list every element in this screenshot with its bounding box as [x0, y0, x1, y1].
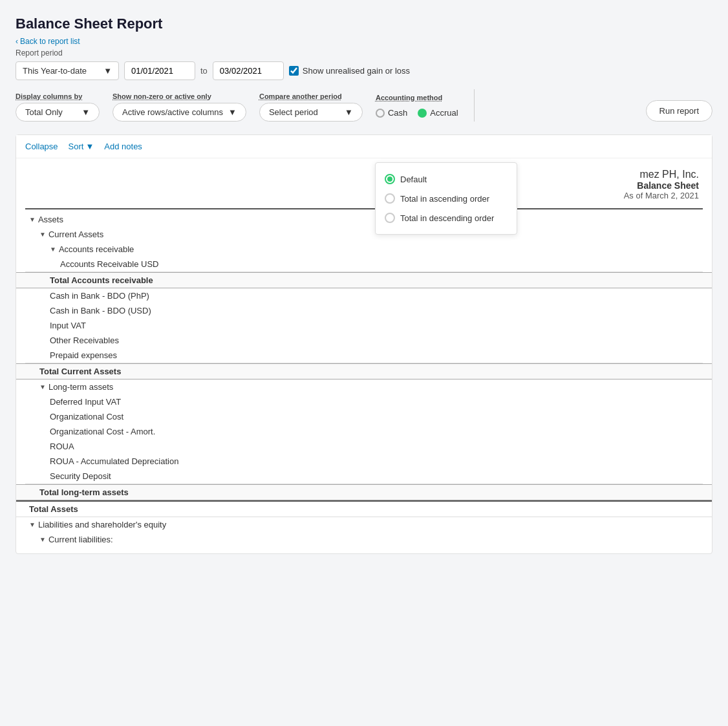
chevron-left-icon: ‹ [16, 37, 18, 46]
display-columns-group: Display columns by Total Only ▼ [16, 92, 100, 122]
sort-ascending-radio[interactable] [385, 193, 395, 204]
show-nonzero-select[interactable]: Active rows/active columns ▼ [112, 103, 246, 122]
sort-dropdown: Default Total in ascending order Total i… [375, 162, 517, 235]
accounts-receivable-chevron[interactable]: ▼ [50, 246, 56, 253]
company-name: mez PH, Inc. [29, 169, 699, 180]
list-item: ROUA [16, 439, 712, 454]
chevron-down-icon: ▼ [103, 66, 112, 76]
compare-period-select[interactable]: Select period ▼ [259, 103, 363, 122]
chevron-down-icon: ▼ [345, 107, 353, 117]
report-period-label: Report period [16, 48, 712, 58]
filters-row: Display columns by Total Only ▼ Show non… [16, 89, 712, 122]
list-item: Input VAT [16, 318, 712, 333]
chevron-down-icon: ▼ [228, 107, 237, 117]
total-current-assets-row: Total Current Assets [16, 363, 712, 379]
page-title: Balance Sheet Report [16, 16, 712, 32]
long-term-assets-chevron[interactable]: ▼ [39, 383, 46, 390]
list-item: Prepaid expenses [16, 348, 712, 363]
list-item: ROUA - Accumulated Depreciation [16, 454, 712, 469]
to-label: to [200, 66, 208, 76]
sort-default-radio[interactable] [385, 174, 395, 184]
accounting-method-options: Cash Accrual [376, 104, 458, 122]
list-item: Cash in Bank - BDO (PhP) [16, 288, 712, 303]
total-long-term-assets-row: Total long-term assets [16, 484, 712, 500]
show-unrealised-label[interactable]: Show unrealised gain or loss [289, 66, 410, 76]
collapse-button[interactable]: Collapse [25, 142, 58, 151]
page-container: Balance Sheet Report ‹ Back to report li… [0, 0, 728, 726]
show-nonzero-group: Show non-zero or active only Active rows… [112, 92, 246, 122]
list-item: Accounts Receivable USD [16, 257, 712, 272]
top-section-divider [25, 208, 703, 209]
list-item: Organizational Cost - Amort. [16, 424, 712, 439]
vertical-divider [474, 89, 475, 122]
back-link[interactable]: ‹ Back to report list [16, 37, 80, 46]
company-header: mez PH, Inc. Balance Sheet As of March 2… [16, 158, 712, 206]
report-content: ▼ Assets ▼ Current Assets ▼ Accounts rec… [16, 212, 712, 553]
cash-radio[interactable] [376, 109, 385, 118]
accrual-radio[interactable] [418, 109, 427, 118]
accounting-method-group: Accounting method Cash Accrual [376, 94, 458, 122]
current-liabilities-chevron[interactable]: ▼ [39, 536, 46, 543]
sort-option-ascending[interactable]: Total in ascending order [385, 189, 508, 208]
report-name: Balance Sheet [29, 180, 699, 191]
liabilities-chevron[interactable]: ▼ [29, 521, 36, 528]
list-item: Deferred Input VAT [16, 394, 712, 409]
date-from-input[interactable] [124, 61, 195, 80]
total-assets-row: Total Assets [16, 500, 712, 517]
display-columns-select[interactable]: Total Only ▼ [16, 103, 100, 122]
assets-chevron[interactable]: ▼ [29, 216, 36, 223]
accounting-method-label: Accounting method [376, 94, 458, 101]
display-columns-label: Display columns by [16, 92, 100, 100]
compare-period-label: Compare another period [259, 92, 363, 100]
compare-period-group: Compare another period Select period ▼ [259, 92, 363, 122]
list-item: Cash in Bank - BDO (USD) [16, 303, 712, 318]
assets-header: ▼ Assets [16, 212, 712, 227]
list-item: Security Deposit [16, 469, 712, 484]
toolbar-row: Collapse Sort ▼ Add notes [16, 135, 712, 158]
sort-descending-radio[interactable] [385, 213, 395, 223]
cash-option[interactable]: Cash [376, 108, 407, 118]
liabilities-header: ▼ Liabilities and shareholder's equity [16, 517, 712, 532]
chevron-down-icon: ▼ [85, 142, 94, 151]
current-liabilities-header: ▼ Current liabilities: [16, 532, 712, 547]
list-item: Other Receivables [16, 333, 712, 348]
long-term-assets-header: ▼ Long-term assets [16, 379, 712, 394]
show-nonzero-label: Show non-zero or active only [112, 92, 246, 100]
period-select[interactable]: This Year-to-date ▼ [16, 61, 119, 80]
sort-option-descending[interactable]: Total in descending order [385, 208, 508, 228]
top-controls: This Year-to-date ▼ to Show unrealised g… [16, 61, 712, 128]
current-assets-header: ▼ Current Assets [16, 227, 712, 242]
accounts-receivable-header: ▼ Accounts receivable [16, 242, 712, 257]
chevron-down-icon: ▼ [81, 107, 90, 117]
run-report-button[interactable]: Run report [646, 100, 712, 122]
sort-option-default[interactable]: Default [385, 169, 508, 189]
sort-button[interactable]: Sort ▼ [69, 142, 94, 151]
list-item: Total Accounts receivable [16, 272, 712, 288]
accrual-option[interactable]: Accrual [418, 108, 458, 118]
report-date: As of March 2, 2021 [29, 191, 699, 200]
list-item: Organizational Cost [16, 409, 712, 424]
report-area: Collapse Sort ▼ Add notes Default Total … [16, 134, 712, 554]
add-notes-button[interactable]: Add notes [104, 142, 142, 151]
date-to-input[interactable] [213, 61, 284, 80]
show-unrealised-checkbox[interactable] [289, 66, 299, 76]
date-row: This Year-to-date ▼ to Show unrealised g… [16, 61, 712, 80]
current-assets-chevron[interactable]: ▼ [39, 231, 46, 238]
